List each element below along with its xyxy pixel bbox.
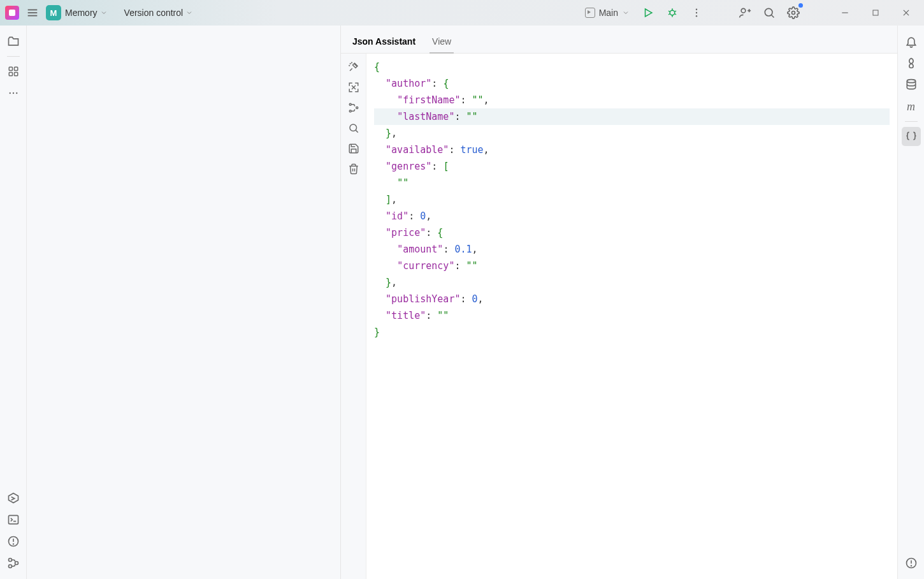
json-assistant-panel: Json Assistant View	[340, 26, 897, 579]
project-badge: M	[46, 5, 61, 20]
chevron-down-icon	[622, 9, 630, 17]
svg-point-28	[9, 92, 10, 94]
svg-line-9	[675, 14, 676, 15]
search-button[interactable]	[760, 3, 779, 22]
svg-point-38	[8, 565, 11, 568]
debug-button[interactable]	[663, 3, 682, 22]
left-tool-strip	[0, 26, 27, 579]
svg-point-17	[765, 8, 772, 16]
svg-point-19	[792, 11, 795, 15]
svg-point-50	[349, 110, 351, 112]
svg-point-45	[349, 65, 349, 66]
svg-line-53	[356, 130, 357, 132]
format-button[interactable]	[344, 57, 363, 77]
json-editor[interactable]: { "author": { "firstName": "", "lastName…	[366, 54, 897, 579]
maximize-button[interactable]	[863, 4, 888, 22]
svg-rect-25	[14, 67, 17, 70]
svg-point-29	[12, 92, 13, 94]
tree-button[interactable]	[344, 98, 363, 117]
svg-line-6	[668, 11, 670, 12]
editor-empty-area	[27, 26, 340, 579]
notifications-tool-button[interactable]	[902, 32, 921, 51]
svg-point-12	[696, 12, 697, 13]
tab-view[interactable]: View	[430, 30, 454, 53]
ai-assistant-tool-button[interactable]	[902, 54, 921, 73]
svg-rect-32	[8, 515, 18, 524]
panel-tool-column	[341, 54, 366, 579]
svg-line-7	[675, 11, 676, 12]
vcs-dropdown[interactable]: Version control	[124, 8, 194, 18]
services-tool-button[interactable]	[4, 488, 23, 508]
code-with-me-button[interactable]	[735, 3, 754, 22]
clear-button[interactable]	[344, 159, 363, 179]
maven-tool-button[interactable]: m	[902, 97, 921, 116]
svg-rect-21	[873, 10, 878, 15]
close-window-button[interactable]	[893, 4, 919, 22]
save-button[interactable]	[344, 139, 363, 158]
chevron-down-icon	[185, 9, 193, 17]
svg-rect-26	[9, 73, 12, 76]
top-toolbar: M Memory Version control Main	[0, 0, 924, 26]
problems-tool-button[interactable]	[4, 532, 23, 551]
more-tools-button[interactable]	[4, 84, 23, 103]
database-tool-button[interactable]	[902, 75, 921, 94]
vcs-label: Version control	[124, 8, 184, 18]
svg-point-13	[696, 15, 697, 17]
svg-point-37	[8, 559, 11, 562]
run-button[interactable]	[639, 3, 658, 22]
panel-tabs: Json Assistant View	[341, 26, 897, 54]
svg-point-30	[16, 92, 17, 94]
svg-rect-24	[9, 67, 12, 70]
main-area: Json Assistant View	[27, 26, 897, 579]
svg-point-11	[696, 9, 697, 10]
settings-button[interactable]	[784, 3, 803, 22]
project-name-label: Memory	[65, 8, 97, 18]
svg-point-44	[350, 63, 350, 64]
structure-tool-button[interactable]	[4, 62, 23, 81]
svg-point-49	[349, 103, 351, 105]
svg-point-4	[670, 10, 675, 15]
svg-line-18	[772, 15, 774, 18]
app-logo-icon	[5, 6, 19, 20]
vcs-tool-button[interactable]	[4, 553, 23, 573]
svg-rect-27	[14, 73, 17, 76]
svg-point-39	[15, 562, 18, 565]
run-config-dropdown[interactable]: Main	[581, 6, 633, 20]
svg-point-40	[907, 80, 915, 83]
svg-point-14	[741, 8, 746, 13]
svg-point-36	[13, 544, 13, 545]
main-menu-button[interactable]	[23, 3, 42, 22]
run-config-icon	[585, 8, 595, 18]
right-tool-strip: m	[897, 26, 924, 579]
minimize-button[interactable]	[832, 4, 858, 22]
svg-marker-3	[646, 9, 653, 17]
svg-line-8	[668, 14, 670, 15]
svg-point-46	[351, 62, 352, 63]
chevron-down-icon	[100, 9, 108, 17]
project-tool-button[interactable]	[4, 32, 23, 51]
search-in-json-button[interactable]	[344, 119, 363, 138]
tab-json-assistant[interactable]: Json Assistant	[350, 30, 418, 53]
status-problems-button[interactable]	[902, 553, 921, 573]
svg-point-43	[911, 566, 911, 566]
project-dropdown[interactable]: Memory	[65, 8, 108, 18]
run-config-name: Main	[599, 8, 618, 18]
svg-point-52	[350, 124, 357, 131]
svg-point-51	[356, 107, 357, 109]
terminal-tool-button[interactable]	[4, 510, 23, 529]
more-actions-button[interactable]	[687, 3, 706, 22]
json-assistant-tool-button[interactable]	[902, 127, 921, 146]
minify-button[interactable]	[344, 78, 363, 97]
